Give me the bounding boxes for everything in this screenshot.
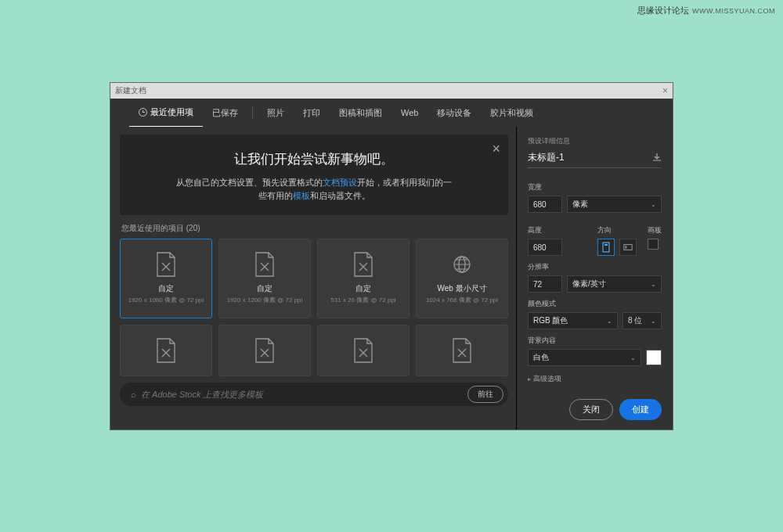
preset-card[interactable]: 自定 531 x 26 像素 @ 72 ppi [317, 239, 410, 318]
search-input[interactable] [141, 390, 463, 399]
svg-rect-3 [604, 244, 608, 246]
document-name[interactable]: 未标题-1 [528, 151, 565, 164]
background-select[interactable]: 白色⌄ [528, 349, 641, 366]
welcome-banner: × 让我们开始尝试新事物吧。 从您自己的文档设置、预先设置格式的文档预设开始，或… [120, 135, 508, 215]
banner-title: 让我们开始尝试新事物吧。 [139, 150, 489, 168]
globe-icon [452, 252, 472, 277]
watermark: 思缘设计论坛WWW.MISSYUAN.COM [637, 5, 775, 16]
banner-close-icon[interactable]: × [492, 141, 500, 157]
preset-header: 预设详细信息 [528, 136, 662, 146]
go-button[interactable]: 前往 [467, 386, 503, 403]
preset-card[interactable]: Web 最小尺寸 1024 x 768 像素 @ 72 ppi [416, 239, 508, 318]
artboard-label: 画板 [648, 225, 662, 235]
document-icon [353, 338, 373, 363]
height-label: 高度 [528, 225, 586, 235]
artboard-checkbox[interactable] [648, 239, 659, 250]
document-icon [254, 338, 275, 363]
tab-film[interactable]: 胶片和视频 [481, 99, 543, 127]
preset-grid: 自定 1920 x 1080 像素 @ 72 ppi 自定 1920 x 120… [120, 239, 508, 318]
recent-items-label: 您最近使用的项目 (20) [121, 223, 508, 234]
new-document-dialog: 新建文档 × 最近使用项 已保存 照片 打印 图稿和插图 Web 移动设备 胶片… [110, 82, 673, 430]
preset-card[interactable] [317, 325, 410, 376]
svg-rect-2 [603, 243, 609, 252]
dialog-actions: 关闭 创建 [569, 399, 662, 420]
save-preset-icon[interactable] [652, 153, 662, 164]
document-icon [452, 338, 472, 363]
dialog-title: 新建文档 [115, 85, 146, 96]
preset-card[interactable]: 自定 1920 x 1200 像素 @ 72 ppi [218, 239, 311, 318]
chevron-right-icon: ▸ [528, 376, 531, 383]
colordepth-select[interactable]: 8 位⌄ [622, 312, 662, 329]
preset-card[interactable] [120, 325, 212, 376]
tab-print[interactable]: 打印 [294, 99, 330, 127]
cancel-button[interactable]: 关闭 [569, 399, 613, 420]
preset-grid-row2 [120, 325, 508, 376]
divider [252, 106, 253, 119]
create-button[interactable]: 创建 [619, 399, 662, 420]
resolution-input[interactable]: 72 [528, 275, 562, 293]
width-label: 宽度 [528, 182, 662, 192]
preset-details-panel: 预设详细信息 未标题-1 宽度 680 像素⌄ 高度 680 方向 [516, 127, 673, 430]
resolution-label: 分辨率 [528, 262, 662, 272]
colormode-select[interactable]: RGB 颜色⌄ [528, 312, 618, 329]
width-unit-select[interactable]: 像素⌄ [567, 196, 662, 213]
colormode-label: 颜色模式 [528, 299, 662, 309]
close-icon[interactable]: × [662, 85, 668, 96]
category-tabs: 最近使用项 已保存 照片 打印 图稿和插图 Web 移动设备 胶片和视频 [110, 99, 673, 127]
resolution-unit-select[interactable]: 像素/英寸⌄ [567, 275, 662, 293]
document-icon [156, 338, 176, 363]
background-swatch[interactable] [646, 350, 662, 365]
tab-mobile[interactable]: 移动设备 [428, 99, 481, 127]
width-input[interactable]: 680 [528, 196, 562, 213]
document-icon [156, 252, 176, 277]
preset-card[interactable]: 自定 1920 x 1080 像素 @ 72 ppi [120, 239, 212, 318]
background-label: 背景内容 [528, 336, 662, 346]
document-icon [353, 252, 373, 277]
clock-icon [139, 108, 147, 117]
orientation-portrait[interactable] [597, 239, 615, 256]
preset-card[interactable] [416, 325, 508, 376]
tab-saved[interactable]: 已保存 [203, 99, 247, 127]
templates-panel: × 让我们开始尝试新事物吧。 从您自己的文档设置、预先设置格式的文档预设开始，或… [110, 127, 516, 430]
banner-description: 从您自己的文档设置、预先设置格式的文档预设开始，或者利用我们的一 些有用的模板和… [139, 176, 489, 203]
tab-web[interactable]: Web [392, 100, 428, 125]
tab-art[interactable]: 图稿和插图 [330, 99, 392, 127]
preset-card[interactable] [218, 325, 311, 376]
tab-photo[interactable]: 照片 [258, 99, 294, 127]
advanced-options-toggle[interactable]: ▸高级选项 [528, 374, 662, 384]
stock-search: ⌕ 前往 [120, 383, 508, 406]
document-icon [254, 252, 275, 277]
orientation-label: 方向 [597, 225, 637, 235]
height-input[interactable]: 680 [528, 239, 562, 256]
search-icon: ⌕ [131, 390, 136, 399]
dialog-titlebar: 新建文档 × [110, 83, 673, 99]
svg-rect-4 [624, 245, 632, 250]
svg-rect-5 [626, 246, 627, 248]
orientation-landscape[interactable] [619, 239, 637, 256]
tab-recent[interactable]: 最近使用项 [129, 99, 203, 128]
